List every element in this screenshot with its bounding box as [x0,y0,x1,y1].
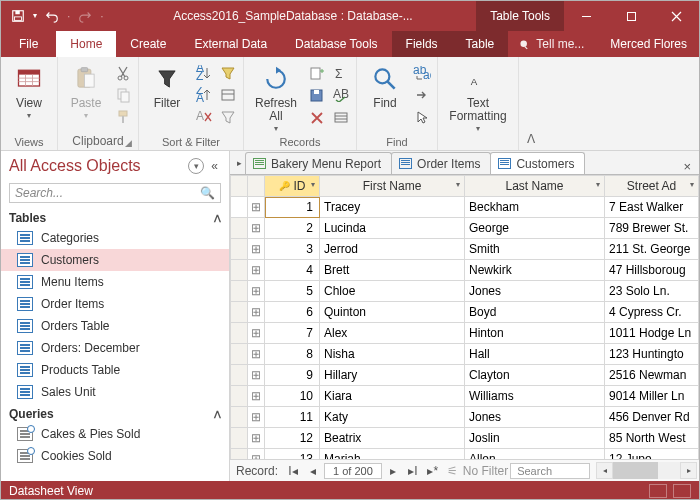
expand-row-icon[interactable]: ⊞ [248,281,265,302]
cell[interactable]: 211 St. George [605,239,699,260]
new-record-icon[interactable] [308,64,326,82]
cell[interactable]: 789 Brewer St. [605,218,699,239]
more-records-icon[interactable] [332,108,350,126]
expand-row-icon[interactable]: ⊞ [248,386,265,407]
cell[interactable]: 1011 Hodge Ln [605,323,699,344]
paste-button[interactable]: Paste▾ [64,60,108,121]
cell[interactable]: Kiara [320,386,465,407]
cell[interactable]: Jones [465,407,605,428]
cell[interactable]: 2516 Newman [605,365,699,386]
view-design-icon[interactable] [673,484,691,498]
cell[interactable]: 10 [265,386,320,407]
maximize-button[interactable] [609,1,654,31]
hscroll-track[interactable] [613,462,680,479]
find-button[interactable]: Find [363,60,407,110]
nav-item[interactable]: Products Table [1,359,229,381]
row-selector[interactable] [231,218,248,239]
cell[interactable]: 23 Solo Ln. [605,281,699,302]
cell[interactable]: Alex [320,323,465,344]
record-search-input[interactable]: Search [510,463,590,479]
nav-search-input[interactable]: Search... 🔍 [9,183,221,203]
delete-record-icon[interactable] [308,108,326,126]
cell[interactable]: Boyd [465,302,605,323]
copy-icon[interactable] [114,86,132,104]
column-header[interactable]: First Name▾ [320,176,465,197]
row-selector[interactable] [231,407,248,428]
cell[interactable]: 4 [265,260,320,281]
expand-row-icon[interactable]: ⊞ [248,428,265,449]
format-painter-icon[interactable] [114,108,132,126]
cell[interactable]: Allen [465,449,605,460]
cell[interactable]: Hillary [320,365,465,386]
nav-item[interactable]: Menu Items [1,271,229,293]
minimize-button[interactable] [564,1,609,31]
sort-desc-icon[interactable]: ZA [195,86,213,104]
cell[interactable]: Newkirk [465,260,605,281]
view-button[interactable]: View▾ [7,60,51,121]
cell[interactable]: Hinton [465,323,605,344]
last-record-button[interactable]: ▸І [404,464,422,478]
cut-icon[interactable] [114,64,132,82]
tab-home[interactable]: Home [56,31,116,57]
record-position[interactable]: 1 of 200 [324,463,382,479]
expand-row-icon[interactable]: ⊞ [248,218,265,239]
user-name[interactable]: Merced Flores [598,31,699,57]
cell[interactable]: 1 [265,197,320,218]
expand-row-icon[interactable]: ⊞ [248,197,265,218]
row-selector[interactable] [231,365,248,386]
nav-item[interactable]: Customers [1,249,229,271]
cell[interactable]: 5 [265,281,320,302]
cell[interactable]: 13 [265,449,320,460]
cell[interactable]: Smith [465,239,605,260]
totals-icon[interactable]: Σ [332,64,350,82]
replace-icon[interactable]: abac [413,64,431,82]
cell[interactable]: Beatrix [320,428,465,449]
cell[interactable]: Katy [320,407,465,428]
save-record-icon[interactable] [308,86,326,104]
nav-collapse-icon[interactable]: « [208,159,221,173]
cell[interactable]: 8 [265,344,320,365]
nav-item[interactable]: Orders Table [1,315,229,337]
new-blank-record-button[interactable]: ▸* [424,464,442,478]
expand-row-icon[interactable]: ⊞ [248,260,265,281]
filter-button[interactable]: Filter [145,60,189,110]
cell[interactable]: Jerrod [320,239,465,260]
tab-create[interactable]: Create [116,31,180,57]
cell[interactable]: 9 [265,365,320,386]
sort-asc-icon[interactable]: AZ [195,64,213,82]
nav-group-queries[interactable]: Queriesᐱ [1,403,229,423]
cell[interactable]: Beckham [465,197,605,218]
cell[interactable]: 456 Denver Rd [605,407,699,428]
spelling-icon[interactable]: ABC [332,86,350,104]
nav-item[interactable]: Cookies Sold [1,445,229,467]
cell[interactable]: George [465,218,605,239]
expand-row-icon[interactable]: ⊞ [248,344,265,365]
cell[interactable]: 85 North West [605,428,699,449]
remove-sort-icon[interactable]: A [195,108,213,126]
expand-row-icon[interactable]: ⊞ [248,323,265,344]
nav-item[interactable]: Order Items [1,293,229,315]
advanced-filter-icon[interactable] [219,86,237,104]
save-icon[interactable] [11,9,25,23]
cell[interactable]: Nisha [320,344,465,365]
hscroll-right-button[interactable]: ▸ [680,462,697,479]
nav-menu-icon[interactable]: ▾ [188,158,204,174]
cell[interactable]: Williams [465,386,605,407]
shutter-bar-icon[interactable]: ▸ [234,158,245,168]
column-header[interactable]: Last Name▾ [465,176,605,197]
no-filter-label[interactable]: No Filter [463,464,508,478]
cell[interactable]: Quinton [320,302,465,323]
prev-record-button[interactable]: ◂ [304,464,322,478]
cell[interactable]: 4 Cypress Cr. [605,302,699,323]
text-formatting-button[interactable]: A Text Formatting▾ [444,60,512,134]
goto-icon[interactable] [413,86,431,104]
tell-me-search[interactable]: Tell me... [508,31,594,57]
tab-table[interactable]: Table [452,31,509,57]
nav-item[interactable]: Orders: December [1,337,229,359]
cell[interactable]: 9014 Miller Ln [605,386,699,407]
tab-fields[interactable]: Fields [392,31,452,57]
row-selector[interactable] [231,323,248,344]
cell[interactable]: Clayton [465,365,605,386]
hscroll-left-button[interactable]: ◂ [596,462,613,479]
cell[interactable]: 7 East Walker [605,197,699,218]
